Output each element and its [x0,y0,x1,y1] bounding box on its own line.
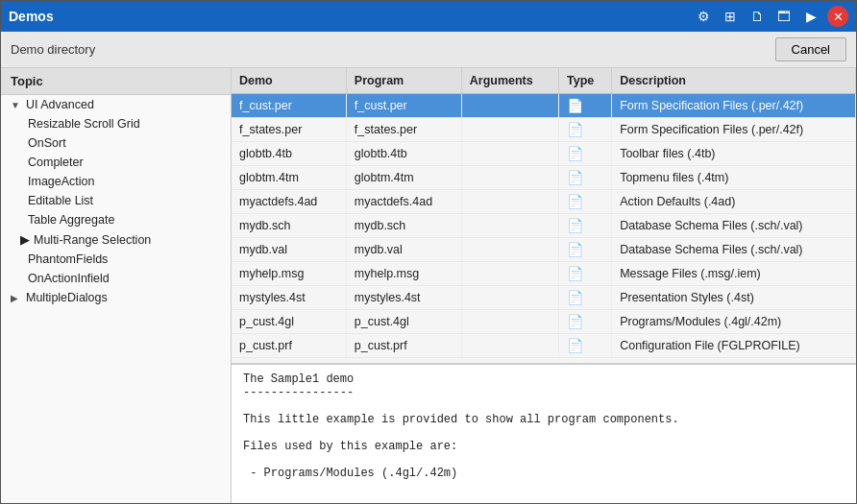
table-row[interactable]: p_cust.4glp_cust.4gl📄Programs/Modules (.… [232,310,856,334]
tree-item-phantomfields[interactable]: PhantomFields [1,250,231,269]
cell-type: 📄 [558,286,611,310]
table-row[interactable]: myhelp.msgmyhelp.msg📄Message Files (.msg… [232,262,856,286]
cell-arguments [461,94,558,118]
cell-type: 📄 [558,142,611,166]
cell-program: mydb.val [346,238,461,262]
table-row[interactable]: f_states.perf_states.per📄Form Specificat… [232,118,856,142]
table-row[interactable]: mydb.valmydb.val📄Database Schema Files (… [232,238,856,262]
chevron-right-icon: ▶ [20,232,30,247]
description-panel: The Sample1 demo ---------------- This l… [232,364,856,503]
cell-arguments [461,214,558,238]
table-row[interactable]: p_cust.prfp_cust.prf📄Configuration File … [232,334,856,358]
cell-type: 📄 [558,166,611,190]
file-type-icon: 📄 [567,122,583,137]
cell-program: myactdefs.4ad [346,190,461,214]
cell-demo: p_cust.prf [232,334,346,358]
window-title: Demos [9,9,693,24]
header-bar: Demo directory Cancel [1,32,856,68]
demo-table-container[interactable]: Demo Program Arguments Type Description … [232,68,856,364]
play-icon[interactable]: ▶ [800,6,821,27]
cell-type: 📄 [558,94,611,118]
file-type-icon: 📄 [567,98,583,113]
cell-arguments [461,118,558,142]
file-type-icon: 📄 [567,194,583,209]
cell-type: 📄 [558,262,611,286]
col-type: Type [558,68,611,94]
cell-program: mystyles.4st [346,286,461,310]
cell-arguments [461,286,558,310]
cell-demo: p_cust.4gl [232,310,346,334]
file-type-icon: 📄 [567,338,583,353]
tree-item-editable-list[interactable]: Editable List [1,191,231,210]
cell-arguments [461,238,558,262]
file-type-icon: 📄 [567,314,583,329]
tree-item-completer[interactable]: Completer [1,153,231,172]
cell-demo: globtm.4tm [232,166,346,190]
cell-description: Message Files (.msg/.iem) [612,262,856,286]
main-window: Demos ⚙ ⊞ 🗋 🗔 ▶ ✕ Demo directory Cancel … [0,0,857,504]
cell-arguments [461,190,558,214]
tree-item-onsort[interactable]: OnSort [1,133,231,153]
doc-icon[interactable]: 🗋 [747,6,768,27]
topic-header: Topic [1,68,231,95]
cell-program: mydb.sch [346,214,461,238]
cell-demo: mystyles.4st [232,286,346,310]
cell-program: f_cust.per [346,94,461,118]
table-row[interactable]: globtm.4tmglobtm.4tm📄Topmenu files (.4tm… [232,166,856,190]
tree-item-ui-advanced[interactable]: ▼ UI Advanced [1,95,231,114]
cell-description: Database Schema Files (.sch/.val) [612,238,856,262]
cell-program: f_states.per [346,118,461,142]
col-arguments: Arguments [461,68,558,94]
tree-item-label: UI Advanced [26,98,94,111]
cell-demo: mydb.val [232,238,346,262]
file-type-icon: 📄 [567,170,583,185]
tree-item-imageaction[interactable]: ImageAction [1,172,231,191]
topic-panel: Topic ▼ UI Advanced Resizable Scroll Gri… [1,68,232,503]
cell-description: Form Specification Files (.per/.42f) [612,94,856,118]
table-row[interactable]: myactdefs.4admyactdefs.4ad📄Action Defaul… [232,190,856,214]
table-row[interactable]: mydb.schmydb.sch📄Database Schema Files (… [232,214,856,238]
chevron-down-icon: ▼ [11,100,22,110]
gear-icon[interactable]: ⚙ [693,6,714,27]
cell-description: Presentation Styles (.4st) [612,286,856,310]
window-icon[interactable]: 🗔 [773,6,795,27]
col-program: Program [346,68,461,94]
col-demo: Demo [232,68,346,94]
demo-directory-label: Demo directory [11,42,95,57]
tree-item-onactioninfield[interactable]: OnActionInfield [1,269,231,288]
tree-item-label: MultipleDialogs [26,291,108,304]
title-bar: Demos ⚙ ⊞ 🗋 🗔 ▶ ✕ [1,1,856,32]
cell-description: Topmenu files (.4tm) [612,166,856,190]
cell-arguments [461,166,558,190]
table-header-row: Demo Program Arguments Type Description [232,68,856,94]
grid-icon[interactable]: ⊞ [720,6,741,27]
cell-demo: mydb.sch [232,214,346,238]
tree-item-label: Multi-Range Selection [34,233,151,247]
table-row[interactable]: mystyles.4stmystyles.4st📄Presentation St… [232,286,856,310]
cell-demo: myactdefs.4ad [232,190,346,214]
cell-description: Form Specification Files (.per/.42f) [612,118,856,142]
file-type-icon: 📄 [567,218,583,233]
tree-item-multipledialogs[interactable]: ▶ MultipleDialogs [1,288,231,307]
demo-panel: Demo Program Arguments Type Description … [232,68,856,503]
tree-item-resizable-scroll-grid[interactable]: Resizable Scroll Grid [1,114,231,133]
cell-program: globtm.4tm [346,166,461,190]
cell-type: 📄 [558,238,611,262]
file-type-icon: 📄 [567,146,583,161]
cell-arguments [461,310,558,334]
cell-arguments [461,142,558,166]
cell-type: 📄 [558,310,611,334]
title-bar-icons: ⚙ ⊞ 🗋 🗔 ▶ ✕ [693,6,848,27]
cell-program: p_cust.4gl [346,310,461,334]
cell-demo: f_states.per [232,118,346,142]
cell-description: Configuration File (FGLPROFILE) [612,334,856,358]
tree-item-table-aggregate[interactable]: Table Aggregate [1,210,231,229]
cell-program: myhelp.msg [346,262,461,286]
table-row[interactable]: f_cust.perf_cust.per📄Form Specification … [232,94,856,118]
cancel-button[interactable]: Cancel [775,37,846,61]
table-row[interactable]: globtb.4tbglobtb.4tb📄Toolbar files (.4tb… [232,142,856,166]
cell-program: p_cust.prf [346,334,461,358]
tree-item-multi-range-selection[interactable]: ▶ Multi-Range Selection [1,229,231,250]
chevron-right-icon-2: ▶ [11,293,22,303]
close-button[interactable]: ✕ [827,6,848,27]
